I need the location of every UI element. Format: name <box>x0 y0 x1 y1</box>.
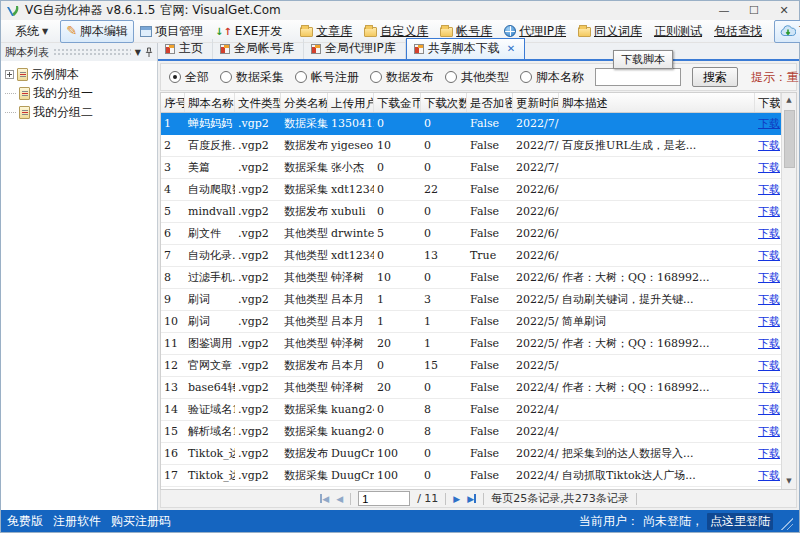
sidebar-item-示例脚本[interactable]: 示例脚本 <box>3 65 155 84</box>
tab-主页[interactable]: 主页 <box>158 39 213 59</box>
table-row[interactable]: 10刷词.vgp2其他类型吕本月11False2022/5/25简单刷词下载 <box>161 311 781 333</box>
column-header-脚本名称[interactable]: 脚本名称 <box>185 93 235 112</box>
download-script-button[interactable]: 下载脚本 <box>774 20 800 43</box>
tree-expand-icon[interactable] <box>5 70 14 79</box>
download-link[interactable]: 下载 <box>758 293 780 306</box>
download-link[interactable]: 下载 <box>758 139 780 152</box>
column-header-下载金币[interactable]: 下载金币 <box>374 93 421 112</box>
statusbar-link-免费版[interactable]: 免费版 <box>7 513 43 530</box>
table-row[interactable]: 3美篇.vgp2数据采集张小杰00False2022/7/8下载 <box>161 157 781 179</box>
vertical-scrollbar[interactable]: ▲ ▼ <box>781 93 796 489</box>
table-row[interactable]: 9刷词.vgp2其他类型吕本月13False2022/5/27自动刷关键词，提升… <box>161 289 781 311</box>
column-header-脚本描述[interactable]: 脚本描述 <box>559 93 755 112</box>
page-number-input[interactable] <box>358 491 410 506</box>
column-header-文件类型[interactable]: 文件类型 <box>235 93 281 112</box>
table-row[interactable]: 8过滤手机....vgp2其他类型钟泽树100False2022/6/16作者：… <box>161 267 781 289</box>
column-header-分类名称[interactable]: 分类名称 <box>281 93 328 112</box>
table-row[interactable]: 5mindvalley.vgp2数据发布xubuli00False2022/6/… <box>161 201 781 223</box>
cell-updated: 2022/6/25 <box>513 227 559 240</box>
include-search-button[interactable]: 包括查找 <box>708 20 768 43</box>
pin-icon[interactable] <box>145 47 153 58</box>
download-link[interactable]: 下载 <box>758 403 780 416</box>
sidebar-item-我的分组一[interactable]: 我的分组一 <box>3 84 155 103</box>
tab-全局帐号库[interactable]: 全局帐号库 <box>213 39 304 59</box>
filter-radio-数据发布[interactable]: 数据发布 <box>370 69 434 86</box>
table-row[interactable]: 11图鉴调用.vgp2其他类型钟泽树201False2022/5/17作者：大树… <box>161 333 781 355</box>
download-link[interactable]: 下载 <box>758 315 780 328</box>
resize-grip[interactable] <box>781 518 793 530</box>
table-row[interactable]: 14验证域名1.vgp2数据采集kuang245229908False2022/… <box>161 399 781 421</box>
filter-radio-数据采集[interactable]: 数据采集 <box>220 69 284 86</box>
filter-radio-全部[interactable]: 全部 <box>169 69 209 86</box>
cell-name: 刷词 <box>185 314 235 329</box>
first-page-button[interactable]: ◀ <box>320 494 329 504</box>
download-link[interactable]: 下载 <box>758 337 780 350</box>
table-row[interactable]: 1蝉妈妈妈.vgp2数据采集1350412101400False2022/7/9… <box>161 113 781 135</box>
minimize-button[interactable]: — <box>709 1 739 20</box>
maximize-button[interactable]: ☐ <box>739 1 769 20</box>
regex-test-button[interactable]: 正则测试 <box>648 20 708 43</box>
table-row[interactable]: 2百度反推....vgp2数据发布yigeseo100False2022/7/8… <box>161 135 781 157</box>
table-row[interactable]: 17Tiktok_达....vgp2数据采集DuugCn1000False202… <box>161 465 781 487</box>
scrollbar-thumb[interactable] <box>784 110 795 168</box>
download-link[interactable]: 下载 <box>758 205 780 218</box>
close-button[interactable]: ✕ <box>769 1 799 20</box>
filter-radio-其他类型[interactable]: 其他类型 <box>445 69 509 86</box>
statusbar-link-购买注册码[interactable]: 购买注册码 <box>111 513 171 530</box>
system-menu[interactable]: 系统▼ <box>9 20 54 43</box>
table-row[interactable]: 4自动爬取数据.vgp2数据采集xdt12345022False2022/6/2… <box>161 179 781 201</box>
download-link[interactable]: 下载 <box>758 161 780 174</box>
table-row[interactable]: 15解析域名1.vgp2数据采集kuang245229908False2022/… <box>161 421 781 443</box>
column-header-更新时间[interactable]: 更新时间 <box>513 93 559 112</box>
script-name-input[interactable] <box>595 68 681 86</box>
download-link[interactable]: 下载 <box>758 469 780 482</box>
synonym-library-button[interactable]: 同义词库 <box>572 20 648 43</box>
tab-共享脚本下载[interactable]: 共享脚本下载✕ <box>406 38 525 59</box>
table-row[interactable]: 13base64转图片.vgp2其他类型钟泽树200False2022/4/20… <box>161 377 781 399</box>
scroll-up-icon[interactable]: ▲ <box>782 93 797 108</box>
download-link[interactable]: 下载 <box>758 183 780 196</box>
cell-seq: 10 <box>161 315 185 328</box>
script-edit-button[interactable]: ✎脚本编辑 <box>60 20 134 43</box>
cell-seq: 15 <box>161 425 185 438</box>
table-row[interactable]: 6刷文件.vgp2其他类型drwinter50False2022/6/25下载 <box>161 223 781 245</box>
download-link[interactable]: 下载 <box>758 249 780 262</box>
cell-coins: 1 <box>374 293 421 306</box>
sidebar-item-我的分组二[interactable]: 我的分组二 <box>3 103 155 122</box>
cell-coins: 0 <box>374 183 421 196</box>
cell-desc: 把采集到的达人数据导入... <box>559 446 755 461</box>
login-link[interactable]: 点这里登陆 <box>707 513 773 530</box>
chevron-down-icon[interactable]: ▼ <box>135 48 141 57</box>
last-page-button[interactable]: ▶ <box>467 494 476 504</box>
tab-close-icon[interactable]: ✕ <box>507 43 515 54</box>
cell-downloads: 0 <box>421 271 467 284</box>
download-link[interactable]: 下载 <box>758 271 780 284</box>
column-header-下载次数[interactable]: 下载次数 <box>421 93 467 112</box>
filter-radio-帐号注册[interactable]: 帐号注册 <box>295 69 359 86</box>
filter-radio-脚本名称[interactable]: 脚本名称 <box>520 69 584 86</box>
tab-全局代理IP库[interactable]: 全局代理IP库 <box>304 39 406 59</box>
table-row[interactable]: 18下载 <box>161 487 781 489</box>
table-row[interactable]: 12官网文章.vgp2数据发布吕本月015False2022/5/5下载 <box>161 355 781 377</box>
scroll-down-icon[interactable]: ▼ <box>782 474 797 489</box>
column-header-下载[interactable]: 下载 <box>755 93 781 112</box>
prev-page-button[interactable]: ◀ <box>336 494 343 504</box>
cell-seq: 4 <box>161 183 185 196</box>
download-link[interactable]: 下载 <box>758 425 780 438</box>
column-header-上传用户[interactable]: 上传用户 <box>328 93 374 112</box>
cell-coins: 0 <box>374 205 421 218</box>
search-button[interactable]: 搜索 <box>692 67 738 87</box>
download-link[interactable]: 下载 <box>758 447 780 460</box>
download-link[interactable]: 下载 <box>758 359 780 372</box>
next-page-button[interactable]: ▶ <box>453 494 460 504</box>
statusbar-link-注册软件[interactable]: 注册软件 <box>53 513 101 530</box>
download-link[interactable]: 下载 <box>758 381 780 394</box>
table-row[interactable]: 16Tiktok_达....vgp2数据发布DuugCn1000False202… <box>161 443 781 465</box>
radio-icon <box>169 71 181 83</box>
download-link[interactable]: 下载 <box>758 117 780 130</box>
column-header-是否加密[interactable]: 是否加密 <box>467 93 513 112</box>
download-link[interactable]: 下载 <box>758 227 780 240</box>
table-row[interactable]: 7自动化录....vgp2其他类型xdt12345013True2022/6/2… <box>161 245 781 267</box>
column-header-序号[interactable]: 序号 <box>161 93 185 112</box>
cell-encrypted: False <box>467 293 513 306</box>
